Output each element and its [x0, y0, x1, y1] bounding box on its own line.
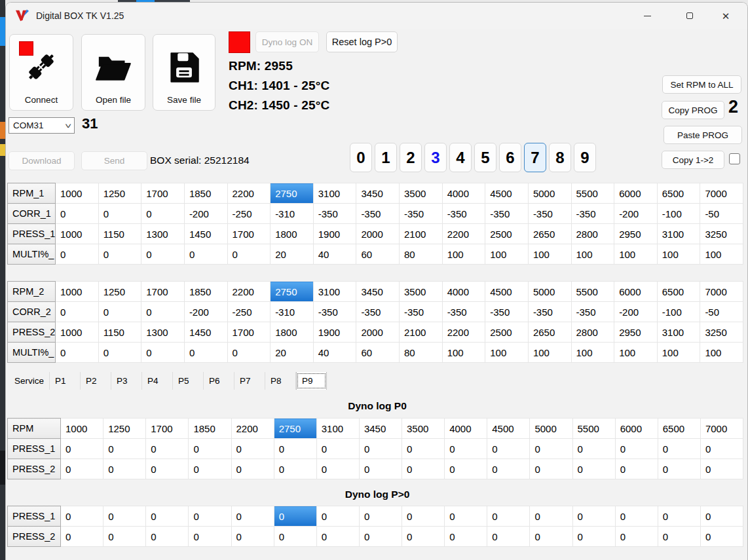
table-cell[interactable]: 0 — [487, 459, 530, 479]
table-cell[interactable]: 2750 — [271, 282, 314, 302]
table-cell[interactable]: 4500 — [485, 282, 529, 302]
digit-button-0[interactable]: 0 — [350, 143, 372, 172]
table-cell[interactable]: 0 — [572, 459, 615, 479]
table-cell[interactable]: 1300 — [141, 322, 185, 343]
table-cell[interactable]: 80 — [400, 244, 443, 265]
table-cell[interactable]: 5500 — [571, 282, 614, 302]
table-cell[interactable]: 4500 — [487, 419, 530, 439]
dyno-log-on-button[interactable]: Dyno log ON — [255, 31, 319, 52]
table-cell[interactable]: 0 — [572, 506, 615, 527]
table-cell[interactable]: -350 — [571, 302, 614, 322]
table-cell[interactable]: 6000 — [614, 282, 658, 302]
table-cell[interactable]: 0 — [141, 343, 185, 363]
table-cell[interactable]: 0 — [572, 527, 615, 547]
table-cell[interactable]: 3450 — [356, 183, 400, 204]
table-cell[interactable]: 5000 — [528, 282, 571, 302]
minimize-button[interactable] — [632, 3, 662, 29]
copy-prog-button[interactable]: Copy PROG — [662, 101, 724, 119]
table-cell[interactable]: 60 — [356, 244, 400, 265]
send-button[interactable]: Send — [81, 151, 147, 170]
table-cell[interactable]: 0 — [700, 527, 743, 547]
table-cell[interactable]: 0 — [274, 506, 316, 527]
table-cell[interactable]: 1850 — [184, 183, 227, 204]
table-cell[interactable]: 0 — [445, 439, 487, 459]
table-cell[interactable]: 0 — [56, 343, 99, 363]
table-cell[interactable]: 0 — [61, 527, 103, 547]
table-cell[interactable]: 0 — [103, 439, 146, 459]
table-cell[interactable]: 3250 — [700, 322, 743, 343]
table-cell[interactable]: 3100 — [316, 419, 359, 439]
table-cell[interactable]: -350 — [528, 302, 571, 322]
table-cell[interactable]: -350 — [485, 204, 529, 224]
table-cell[interactable]: 1250 — [98, 183, 141, 204]
table-cell[interactable]: 1000 — [61, 419, 103, 439]
table-cell[interactable]: 0 — [700, 439, 743, 459]
table-cell[interactable]: 1700 — [141, 282, 185, 302]
table-cell[interactable]: -100 — [657, 204, 700, 224]
reset-log-button[interactable]: Reset log P>0 — [326, 31, 398, 52]
table-cell[interactable]: 0 — [615, 439, 658, 459]
table-cell[interactable]: -310 — [271, 204, 314, 224]
table-cell[interactable]: 2500 — [485, 224, 529, 244]
table-cell[interactable]: 1150 — [98, 322, 141, 343]
table-cell[interactable]: 6000 — [615, 419, 658, 439]
table-cell[interactable]: 0 — [56, 244, 99, 265]
table-cell[interactable]: 0 — [615, 459, 658, 479]
tab-service[interactable]: Service — [9, 372, 50, 390]
table-cell[interactable]: 0 — [103, 527, 146, 547]
table-cell[interactable]: -250 — [227, 302, 271, 322]
table-cell[interactable]: 20 — [271, 343, 314, 363]
table-cell[interactable]: 1700 — [227, 322, 271, 343]
digit-button-7[interactable]: 7 — [524, 143, 546, 172]
table-cell[interactable]: 0 — [61, 439, 103, 459]
table-cell[interactable]: 0 — [402, 506, 445, 527]
table-cell[interactable]: 0 — [146, 527, 189, 547]
table-cell[interactable]: 0 — [103, 506, 146, 527]
table-cell[interactable]: 3500 — [400, 282, 443, 302]
table-cell[interactable]: 20 — [271, 244, 314, 265]
title-bar[interactable]: Digital BOX TK V1.25 ✕ — [6, 3, 747, 29]
table-cell[interactable]: 0 — [316, 506, 359, 527]
table-cell[interactable]: 0 — [231, 439, 274, 459]
table-cell[interactable]: 2650 — [528, 322, 571, 343]
table-cell[interactable]: 0 — [274, 527, 316, 547]
table-cell[interactable]: 100 — [571, 343, 614, 363]
table-cell[interactable]: 4000 — [445, 419, 487, 439]
digit-button-9[interactable]: 9 — [574, 143, 596, 172]
table-cell[interactable]: 2950 — [614, 322, 658, 343]
table-cell[interactable]: 5000 — [530, 419, 572, 439]
table-cell[interactable]: 2200 — [227, 282, 271, 302]
table-cell[interactable]: 0 — [402, 527, 445, 547]
table-cell[interactable]: 4000 — [442, 183, 485, 204]
table-cell[interactable]: 0 — [141, 204, 185, 224]
table-cell[interactable]: 1850 — [184, 282, 227, 302]
tab-p1[interactable]: P1 — [50, 372, 81, 390]
table-cell[interactable]: 3100 — [657, 224, 700, 244]
table-cell[interactable]: 0 — [141, 302, 185, 322]
table-cell[interactable]: 0 — [98, 302, 141, 322]
table-cell[interactable]: 1700 — [227, 224, 271, 244]
table-cell[interactable]: 1700 — [146, 419, 189, 439]
table-cell[interactable]: 1000 — [56, 224, 99, 244]
table-cell[interactable]: 0 — [445, 506, 487, 527]
table-cell[interactable]: 7000 — [700, 183, 743, 204]
table-cell[interactable]: 1250 — [98, 282, 141, 302]
table-cell[interactable]: 2950 — [614, 224, 658, 244]
table-cell[interactable]: 2100 — [400, 322, 443, 343]
table-cell[interactable]: 100 — [657, 343, 700, 363]
table-cell[interactable]: 0 — [146, 506, 189, 527]
table-cell[interactable]: 0 — [316, 459, 359, 479]
table-cell[interactable]: 0 — [189, 439, 231, 459]
table-cell[interactable]: 0 — [227, 343, 271, 363]
table-cell[interactable]: 1900 — [313, 224, 356, 244]
table-cell[interactable]: 5500 — [571, 183, 614, 204]
table-cell[interactable]: 2200 — [442, 322, 485, 343]
table-cell[interactable]: 0 — [530, 506, 572, 527]
digit-button-1[interactable]: 1 — [375, 143, 397, 172]
table-cell[interactable]: 0 — [359, 506, 402, 527]
table-cell[interactable]: 100 — [485, 244, 529, 265]
table-cell[interactable]: 0 — [184, 244, 227, 265]
table-cell[interactable]: 1450 — [184, 224, 227, 244]
table-cell[interactable]: 2800 — [571, 322, 614, 343]
digit-button-8[interactable]: 8 — [549, 143, 571, 172]
